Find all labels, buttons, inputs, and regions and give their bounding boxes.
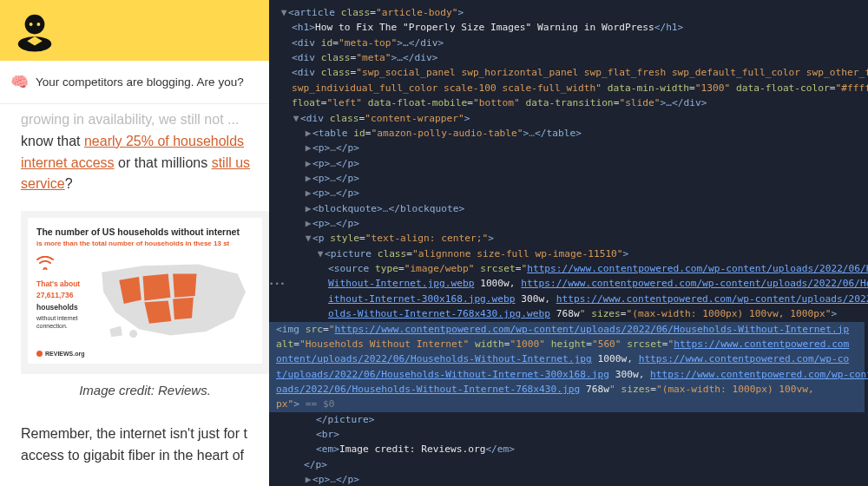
figure-stat-box: That's about 27,611,736 households witho… (36, 254, 90, 345)
expand-toggle[interactable]: ▶ (304, 186, 312, 200)
svg-point-2 (29, 16, 41, 23)
expand-toggle[interactable]: ▼ (304, 231, 312, 246)
promo-bar: 🧠 Your competitors are blogging. Are you… (0, 61, 269, 104)
ellipsis-icon: ••• (269, 279, 286, 291)
article-paragraph: Remember, the internet isn't just for t … (0, 403, 269, 467)
link-households[interactable]: nearly 25% of households (84, 134, 244, 148)
figure-title: The number of US households without inte… (36, 227, 253, 238)
svg-point-3 (30, 23, 33, 26)
selected-element[interactable]: <img src="https://www.contentpowered.com… (269, 322, 865, 337)
link-still-use[interactable]: still us (212, 155, 250, 170)
expand-toggle[interactable]: ▼ (279, 5, 288, 20)
webpage-panel: 🧠 Your competitors are blogging. Are you… (0, 0, 269, 486)
svg-point-5 (129, 330, 137, 338)
wifi-icon (36, 254, 90, 275)
faded-line: growing in availability, we still not ..… (21, 109, 269, 131)
expand-toggle[interactable]: ▶ (304, 171, 312, 186)
expand-toggle[interactable]: ▶ (304, 126, 312, 141)
site-logo-icon (10, 6, 59, 55)
link-internet-access[interactable]: internet access (21, 155, 115, 170)
figure-subtitle: is more than the total number of househo… (36, 240, 253, 247)
expand-toggle[interactable]: ▶ (304, 201, 312, 216)
reviews-badge: REVIEWS.org (36, 351, 253, 357)
article-excerpt: growing in availability, we still not ..… (0, 104, 269, 195)
svg-point-4 (36, 23, 40, 26)
link-service[interactable]: service (21, 176, 65, 191)
expand-toggle[interactable]: ▶ (304, 216, 312, 231)
expand-toggle[interactable]: ▶ (304, 472, 312, 486)
expand-toggle[interactable]: ▼ (292, 111, 300, 126)
figure-credit: Image credit: Reviews. (21, 383, 269, 397)
figure: The number of US households without inte… (21, 211, 269, 397)
promo-text: Your competitors are blogging. Are you? (36, 76, 244, 89)
devtools-elements-panel[interactable]: ••• ▼<article class="article-body"> <h1>… (269, 0, 868, 486)
site-banner (0, 0, 269, 61)
expand-toggle[interactable]: ▶ (304, 141, 312, 155)
brain-icon: 🧠 (10, 73, 29, 91)
us-map (95, 254, 253, 345)
expand-toggle[interactable]: ▶ (304, 156, 312, 171)
expand-toggle[interactable]: ▼ (316, 246, 325, 261)
